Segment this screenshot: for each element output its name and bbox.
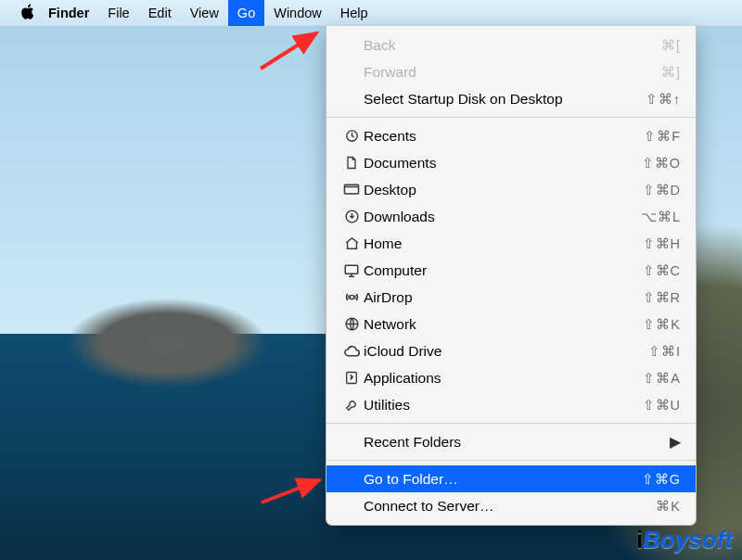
menu-item-label: Home	[364, 235, 643, 252]
menu-item-shortcut: ⇧⌘C	[643, 263, 681, 278]
documents-icon	[339, 155, 364, 171]
menu-item-computer[interactable]: Computer ⇧⌘C	[326, 257, 696, 284]
menu-item-label: Back	[364, 37, 661, 54]
menu-item-select-startup[interactable]: Select Startup Disk on Desktop ⇧⌘↑	[326, 85, 696, 112]
svg-rect-3	[345, 265, 358, 274]
menu-item-back: Back ⌘[	[326, 32, 696, 58]
menu-item-label: Connect to Server…	[364, 498, 656, 515]
menu-item-shortcut: ⇧⌘O	[642, 156, 681, 171]
menubar-item-help[interactable]: Help	[331, 0, 377, 26]
icloud-icon	[339, 345, 364, 358]
menu-item-shortcut: ⇧⌘H	[643, 236, 681, 251]
menu-item-shortcut: ⌘K	[656, 499, 681, 514]
airdrop-icon	[339, 289, 364, 305]
menubar-item-file[interactable]: File	[98, 0, 138, 26]
home-icon	[339, 235, 364, 251]
menu-item-label: Recents	[364, 128, 644, 145]
desktop-icon	[339, 183, 364, 197]
network-icon	[339, 316, 364, 332]
menu-item-shortcut: ⇧⌘F	[644, 129, 681, 144]
menu-item-utilities[interactable]: Utilities ⇧⌘U	[326, 391, 696, 418]
menu-item-label: AirDrop	[364, 289, 643, 306]
applications-icon	[339, 370, 364, 386]
menu-item-label: iCloud Drive	[364, 343, 648, 360]
submenu-arrow-icon: ▶	[666, 434, 681, 451]
menu-item-label: Recent Folders	[364, 434, 666, 451]
svg-point-4	[350, 295, 353, 299]
menubar-item-finder[interactable]: Finder	[39, 0, 98, 26]
menubar-item-go[interactable]: Go	[228, 0, 264, 26]
menu-item-label: Select Startup Disk on Desktop	[364, 91, 646, 108]
annotation-arrow-top	[255, 28, 329, 78]
svg-rect-1	[345, 185, 359, 194]
menu-item-label: Utilities	[364, 397, 643, 414]
watermark: iBoysoft	[636, 526, 733, 554]
menu-item-shortcut: ⌘[	[661, 38, 681, 53]
menu-item-shortcut: ⇧⌘↑	[646, 92, 681, 107]
menu-item-shortcut: ⌥⌘L	[641, 210, 681, 224]
menu-item-icloud[interactable]: iCloud Drive ⇧⌘I	[326, 337, 696, 364]
menu-item-home[interactable]: Home ⇧⌘H	[326, 230, 696, 257]
menu-item-network[interactable]: Network ⇧⌘K	[326, 311, 696, 337]
menu-item-airdrop[interactable]: AirDrop ⇧⌘R	[326, 284, 696, 311]
menu-separator	[326, 423, 696, 424]
svg-line-7	[261, 33, 316, 69]
menu-item-forward: Forward ⌘]	[326, 58, 696, 85]
apple-menu[interactable]	[17, 4, 39, 22]
utilities-icon	[339, 397, 364, 413]
menu-item-label: Computer	[364, 262, 643, 279]
menu-item-shortcut: ⇧⌘U	[643, 398, 681, 413]
menubar: Finder File Edit View Go Window Help	[0, 0, 742, 26]
desktop-wallpaper: Finder File Edit View Go Window Help Bac…	[0, 0, 742, 560]
menu-item-documents[interactable]: Documents ⇧⌘O	[326, 149, 696, 176]
menubar-item-edit[interactable]: Edit	[139, 0, 181, 26]
menu-item-shortcut: ⇧⌘A	[643, 371, 681, 386]
menu-separator	[326, 117, 696, 118]
menu-item-recent-folders[interactable]: Recent Folders ▶	[326, 428, 696, 455]
menu-item-label: Documents	[364, 155, 642, 172]
menu-item-connect-to-server[interactable]: Connect to Server… ⌘K	[326, 492, 696, 519]
menu-item-label: Applications	[364, 370, 643, 387]
menu-item-go-to-folder[interactable]: Go to Folder… ⇧⌘G	[326, 465, 696, 492]
menubar-item-window[interactable]: Window	[264, 0, 331, 26]
menu-item-shortcut: ⌘]	[661, 65, 681, 80]
menu-item-label: Go to Folder…	[364, 471, 642, 488]
menu-item-desktop[interactable]: Desktop ⇧⌘D	[326, 176, 696, 203]
menubar-item-view[interactable]: View	[181, 0, 228, 26]
annotation-arrow-bottom	[258, 464, 332, 514]
menu-item-shortcut: ⇧⌘G	[642, 472, 681, 487]
menu-item-downloads[interactable]: Downloads ⌥⌘L	[326, 203, 696, 230]
downloads-icon	[339, 209, 364, 224]
computer-icon	[339, 263, 364, 277]
watermark-text: Boysoft	[643, 526, 733, 554]
svg-line-8	[262, 480, 319, 503]
menu-item-shortcut: ⇧⌘I	[648, 344, 681, 359]
menu-item-recents[interactable]: Recents ⇧⌘F	[326, 122, 696, 149]
menu-item-label: Network	[364, 316, 643, 333]
recents-icon	[339, 128, 364, 144]
menu-item-shortcut: ⇧⌘K	[643, 317, 681, 332]
menu-item-label: Forward	[364, 64, 661, 81]
menu-item-shortcut: ⇧⌘R	[643, 290, 681, 305]
go-menu: Back ⌘[ Forward ⌘] Select Startup Disk o…	[326, 26, 697, 526]
apple-icon	[21, 4, 35, 22]
menu-item-applications[interactable]: Applications ⇧⌘A	[326, 364, 696, 391]
menu-separator	[326, 460, 696, 461]
menu-item-label: Downloads	[364, 209, 641, 225]
menu-item-label: Desktop	[364, 182, 643, 198]
menu-item-shortcut: ⇧⌘D	[643, 183, 681, 197]
